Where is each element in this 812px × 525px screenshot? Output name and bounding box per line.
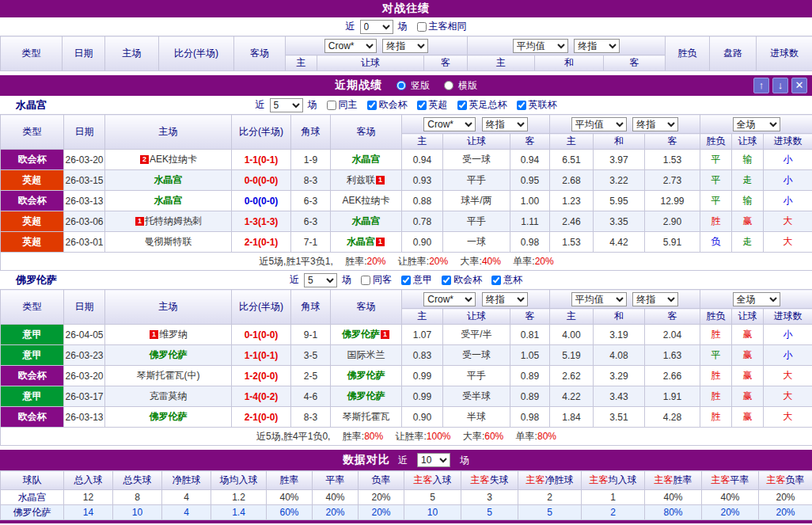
match-row: 英超 26-03-01 曼彻斯特联 2-1(0-1) 7-1 水晶宫1 0.90…	[1, 232, 812, 253]
final-odds-select[interactable]: 终指	[382, 39, 428, 53]
league-cell: 英超	[1, 211, 64, 232]
filter-label: 意甲	[413, 273, 432, 287]
same-homeaway-option[interactable]: 主客相同	[411, 20, 467, 33]
fi-match-count-select[interactable]: 5	[304, 273, 337, 287]
final-odds-select[interactable]: 终指	[482, 292, 528, 306]
home-team-cell[interactable]: 水晶宫	[105, 170, 232, 191]
fi-coppa-checkbox[interactable]	[491, 276, 501, 285]
bookmaker-select[interactable]: Crow*	[423, 117, 476, 131]
score-cell[interactable]: 0-1(0-0)	[232, 325, 291, 345]
fi-seriea-option[interactable]: 意甲	[395, 273, 432, 287]
home-team-cell[interactable]: 克雷莫纳	[105, 386, 232, 407]
odds-home-cell: 0.93	[402, 170, 443, 191]
odds-home-cell: 0.90	[402, 407, 443, 428]
goals-cell: 小	[764, 170, 812, 191]
scope-select[interactable]: 全场	[733, 292, 780, 306]
cp-facup-checkbox[interactable]	[457, 101, 467, 110]
home-team-cell[interactable]: 水晶宫	[105, 191, 232, 211]
fi-coppa-option[interactable]: 意杯	[485, 273, 522, 287]
bookmaker-select[interactable]: Crow*	[324, 39, 377, 53]
final-odds-select-2[interactable]: 终指	[632, 292, 678, 306]
final-odds-select-2[interactable]: 终指	[632, 117, 678, 131]
average-select[interactable]: 平均值	[571, 117, 627, 131]
vertical-layout-radio[interactable]	[397, 81, 406, 90]
home-team-cell[interactable]: 琴斯托霍瓦(中)	[105, 366, 232, 386]
cp-eflcup-option[interactable]: 英联杯	[510, 98, 557, 112]
away-team-cell[interactable]: 水晶宫	[331, 211, 402, 232]
date-cell: 26-03-23	[64, 345, 105, 366]
home-team-cell[interactable]: 佛罗伦萨	[105, 345, 232, 366]
home-team-cell[interactable]: 佛罗伦萨	[105, 407, 232, 428]
horizontal-layout-option[interactable]: 横版	[438, 79, 477, 93]
score-cell[interactable]: 1-1(0-1)	[232, 345, 291, 366]
away-team-cell[interactable]: 水晶宫	[331, 150, 402, 170]
away-team-cell[interactable]: 水晶宫1	[331, 232, 402, 253]
comparison-count-select[interactable]: 10	[417, 453, 450, 467]
home-team-cell[interactable]: 1托特纳姆热刺	[105, 211, 232, 232]
fi-same-away-option[interactable]: 同客	[355, 273, 392, 287]
fi-uecl-checkbox[interactable]	[442, 276, 451, 285]
col-handicap: 让球	[443, 309, 510, 325]
summary-row: 近5场,胜4平1负0, 胜率:80% 让胜率:100% 大率:60% 单率:80…	[1, 428, 812, 446]
score-cell[interactable]: 0-0(0-0)	[232, 191, 291, 211]
avg-home-cell: 2.46	[550, 211, 594, 232]
away-team-cell[interactable]: 佛罗伦萨1	[331, 325, 402, 345]
away-team-cell[interactable]: 佛罗伦萨	[331, 386, 402, 407]
cp-facup-option[interactable]: 英足总杯	[451, 98, 507, 112]
cp-eflcup-checkbox[interactable]	[517, 101, 526, 110]
home-team-cell[interactable]: 1维罗纳	[105, 325, 232, 345]
avg-home-cell: 2.68	[550, 170, 594, 191]
team-name-cell[interactable]: 水晶宫	[1, 490, 64, 505]
same-homeaway-checkbox[interactable]	[417, 22, 427, 32]
away-team-cell[interactable]: 佛罗伦萨	[331, 366, 402, 386]
score-cell[interactable]: 1-2(0-0)	[232, 366, 291, 386]
handicap-cell: 半球	[443, 407, 510, 428]
final-odds-select-2[interactable]: 终指	[574, 39, 620, 53]
fi-uecl-option[interactable]: 欧会杯	[435, 273, 482, 287]
scope-select[interactable]: 全场	[733, 117, 780, 131]
near-label: 近	[256, 98, 265, 112]
score-cell[interactable]: 1-4(0-2)	[232, 386, 291, 407]
final-odds-select[interactable]: 终指	[482, 117, 528, 131]
score-cell[interactable]: 0-0(0-0)	[232, 170, 291, 191]
stat-cell: 40%	[702, 490, 759, 505]
home-team-cell[interactable]: 2AEK拉纳卡	[105, 150, 232, 170]
cp-uecl-option[interactable]: 欧会杯	[361, 98, 408, 112]
scroll-up-button[interactable]: ↑	[753, 78, 769, 93]
cp-same-home-checkbox[interactable]	[327, 101, 336, 110]
away-team-cell[interactable]: AEK拉纳卡	[331, 191, 402, 211]
close-button[interactable]: ✕	[791, 78, 807, 93]
average-select[interactable]: 平均值	[571, 292, 627, 306]
scroll-down-button[interactable]: ↓	[772, 78, 788, 93]
score-cell[interactable]: 1-1(0-1)	[232, 150, 291, 170]
fi-same-away-checkbox[interactable]	[361, 276, 370, 285]
cp-uecl-checkbox[interactable]	[367, 101, 377, 110]
average-select[interactable]: 平均值	[513, 39, 568, 53]
avg-draw-cell: 4.08	[594, 345, 645, 366]
cp-epl-checkbox[interactable]	[417, 101, 427, 110]
cp-epl-option[interactable]: 英超	[411, 98, 448, 112]
home-team-cell[interactable]: 曼彻斯特联	[105, 232, 232, 253]
avg-home-cell: 1.84	[550, 407, 594, 428]
cmp-col-ha-loss-rate: 主客负率	[759, 471, 812, 490]
horizontal-layout-radio[interactable]	[444, 81, 453, 90]
vertical-layout-option[interactable]: 竖版	[390, 79, 430, 93]
cmp-row-fiorentina: 佛罗伦萨 14 10 4 1.4 60% 20% 20% 10 5 5 2 80…	[1, 505, 812, 520]
fi-seriea-checkbox[interactable]	[401, 276, 411, 285]
away-team-cell[interactable]: 琴斯托霍瓦	[331, 407, 402, 428]
fiorentina-team-name[interactable]: 佛罗伦萨	[16, 273, 57, 287]
h2h-match-count-select[interactable]: 0	[360, 20, 393, 34]
score-cell[interactable]: 1-3(1-3)	[232, 211, 291, 232]
bookmaker-select[interactable]: Crow*	[423, 292, 476, 306]
away-team-cell[interactable]: 利兹联1	[331, 170, 402, 191]
score-cell[interactable]: 2-1(0-0)	[232, 407, 291, 428]
crystal-palace-team-name[interactable]: 水晶宫	[16, 98, 47, 112]
score-cell[interactable]: 2-1(0-1)	[232, 232, 291, 253]
fiorentina-table: 类型 日期 主场 比分(半场) 角球 客场 Crow* 终指 平均值 终指 全场…	[0, 289, 812, 446]
stat-cell: 1.4	[211, 505, 267, 520]
cp-match-count-select[interactable]: 5	[270, 98, 303, 112]
near-label: 近	[398, 454, 408, 467]
team-name-cell[interactable]: 佛罗伦萨	[1, 505, 64, 520]
cp-same-home-option[interactable]: 同主	[321, 98, 358, 112]
away-team-cell[interactable]: 国际米兰	[331, 345, 402, 366]
